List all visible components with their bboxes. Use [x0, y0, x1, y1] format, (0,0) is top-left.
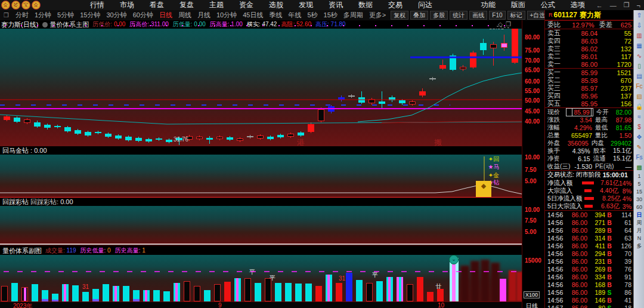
capture-icon[interactable]: ▩ [634, 162, 644, 173]
menu-item-数据[interactable]: 数据 [358, 0, 373, 10]
period-30分钟[interactable]: 30分钟 [106, 11, 126, 20]
candle [196, 137, 203, 139]
ask-row[interactable]: 卖一86.001720 [545, 60, 634, 68]
fs-icon[interactable]: Fs [634, 152, 644, 162]
menu-item-复盘[interactable]: 复盘 [179, 0, 194, 10]
toolbar-button-多股[interactable]: 多股 [430, 11, 448, 20]
sub2-title[interactable]: 回踩彩钻 [2, 198, 29, 207]
trend-icon[interactable]: ∿ [634, 51, 644, 61]
period-1分钟[interactable]: 1分钟 [35, 11, 51, 20]
rsi-icon[interactable]: ≈ [634, 112, 644, 122]
period-shortcut-日[interactable]: 日 [634, 211, 644, 219]
period-15秒[interactable]: 15秒 [324, 11, 338, 20]
menu-item-资金[interactable]: 资金 [239, 0, 253, 10]
toolbar-button-F10[interactable]: F10 [489, 11, 505, 20]
menu-item-公式[interactable]: 公式 [541, 0, 555, 10]
period-季线[interactable]: 季线 [269, 11, 282, 20]
period-shortcut-周[interactable]: 周 [634, 219, 644, 227]
toolbar-button-叠加[interactable]: 叠加 [410, 11, 428, 20]
header-tool-icon[interactable]: ◇ [498, 21, 503, 27]
logo-coin-icon: 签 [11, 1, 20, 10]
sub2-pane[interactable] [0, 206, 522, 245]
candle [125, 137, 132, 140]
period-15分钟[interactable]: 15分钟 [80, 11, 100, 20]
period-5分钟[interactable]: 5分钟 [57, 11, 74, 20]
menu-item-选项[interactable]: 选项 [571, 0, 585, 10]
menu-item-交易[interactable]: 交易 [388, 0, 402, 10]
fc-icon[interactable]: Fc [634, 81, 644, 91]
menu-item-主题[interactable]: 主题 [209, 0, 224, 10]
candle [450, 56, 456, 70]
y-tick: 65.00 [525, 67, 540, 73]
candle-icon[interactable]: ▯ [634, 61, 644, 71]
draw-icon[interactable]: ✎ [634, 142, 644, 152]
period-45日线[interactable]: 45日线 [243, 11, 263, 20]
menu-bar: 金签宝金 行情市场看盘复盘主题资金选股发现资讯数据交易问达 功能版面公式选项←—… [0, 0, 644, 10]
menu-item-行情[interactable]: 行情 [90, 0, 104, 10]
period-shortcut-1[interactable]: 1 [634, 173, 644, 180]
menu-item-资讯[interactable]: 资讯 [329, 0, 343, 10]
signal-diamond-box: ◆ [476, 181, 491, 197]
tick-row: 14:5686.00334B91 [545, 273, 634, 281]
period-shortcut-5[interactable]: 5 [634, 180, 644, 188]
y-tick: 70.00 [525, 57, 540, 64]
period-60分钟[interactable]: 60分钟 [133, 11, 153, 20]
scroll-up-icon[interactable]: ⇧ [634, 10, 644, 20]
logo-coin-icon: 宝 [21, 1, 30, 10]
period-shortcut-N[interactable]: N [634, 235, 644, 242]
period-多周期[interactable]: 多周期 [343, 11, 363, 20]
period-更多>[interactable]: 更多> [369, 11, 386, 20]
window-control-icon[interactable]: ❐ [624, 1, 630, 9]
grid-view-icon[interactable]: ▦ [634, 41, 644, 51]
volume-pane[interactable]: 31平平31平廿⌄ [0, 255, 522, 301]
candle-wick [209, 136, 210, 144]
menu-item-选股[interactable]: 选股 [269, 0, 283, 10]
move-icon[interactable]: ✥ [634, 132, 644, 142]
scroll-down-icon[interactable]: ⇩ [634, 20, 644, 30]
sub1-title[interactable]: 回马金钻 [2, 146, 29, 155]
period-10分钟[interactable]: 10分钟 [216, 11, 237, 20]
period-5秒[interactable]: 5秒 [307, 11, 317, 20]
menu-item-功能[interactable]: 功能 [481, 0, 496, 10]
window-control-icon[interactable]: ¬ [637, 2, 640, 9]
menu-item-问达[interactable]: 问达 [418, 0, 432, 10]
toolbar-button-标记[interactable]: 标记 [507, 11, 525, 20]
period-shortcut-15[interactable]: 15 [634, 188, 644, 196]
low-price-label: 31.76 [174, 136, 188, 143]
toolbar-button-统计[interactable]: 统计 [450, 11, 467, 20]
window-control-icon[interactable]: — [610, 2, 617, 9]
candle [237, 138, 243, 141]
menu-item-发现[interactable]: 发现 [299, 0, 313, 10]
main-chart-pane[interactable]: 31.7685.91港搬 [0, 29, 522, 147]
period-shortcut-多[interactable]: 多 [634, 242, 644, 250]
period-周线[interactable]: 周线 [178, 11, 191, 20]
folder-icon[interactable]: ▧ [634, 91, 644, 101]
window-control-icon[interactable]: ← [596, 2, 603, 9]
bid-row[interactable]: 买五85.95156 [545, 100, 634, 107]
period-shortcut-30[interactable]: 30 [634, 196, 644, 204]
menu-item-看盘[interactable]: 看盘 [150, 0, 164, 10]
sub1-pane[interactable]: ✦回★马✦金★钻◆ [0, 155, 522, 198]
period-年线[interactable]: 年线 [288, 11, 301, 20]
period-日线[interactable]: 日线 [159, 11, 172, 20]
period-shortcut-60[interactable]: 60 [634, 204, 644, 211]
trade-status: 交易状态: 闭市阶段 15:00:01 [545, 171, 634, 179]
money-icon[interactable]: $ [634, 122, 644, 132]
period-月线[interactable]: 月线 [197, 11, 210, 20]
toolbar-button-复权[interactable]: 复权 [391, 11, 408, 20]
quote-list-icon[interactable]: ▤ [634, 71, 644, 81]
indicator-icon[interactable] [42, 22, 48, 27]
sub3-title[interactable]: 量价体系副图 [2, 247, 42, 255]
toolbar-button-画线[interactable]: 画线 [469, 11, 487, 20]
header-tool-icon[interactable]: ❐ [506, 21, 511, 27]
window-split-icon[interactable]: ❒ [4, 12, 9, 19]
indicator-name[interactable]: 量价体系主图 [49, 20, 89, 29]
candle [409, 101, 416, 104]
menu-item-版面[interactable]: 版面 [511, 0, 525, 10]
lock-icon[interactable]: 🔒 [634, 101, 644, 112]
period-分时[interactable]: 分时 [16, 11, 29, 20]
menu-item-市场[interactable]: 市场 [120, 0, 134, 10]
candle [308, 124, 314, 132]
kline-view-icon[interactable]: ▥ [634, 30, 644, 41]
period-shortcut-月[interactable]: 月 [634, 227, 644, 235]
